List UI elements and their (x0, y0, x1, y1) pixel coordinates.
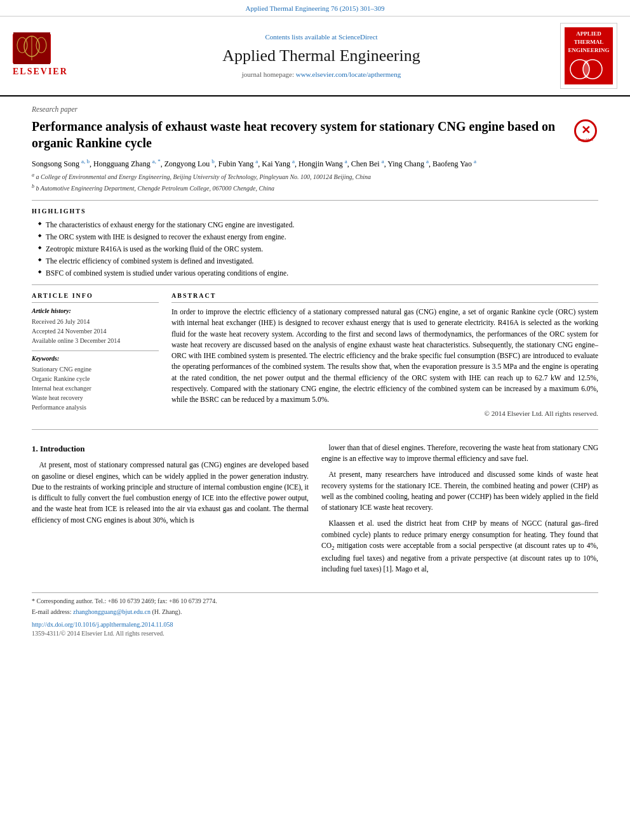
journal-logo-graphic (567, 57, 605, 82)
history-label: Article history: (32, 307, 159, 316)
main-content: Research paper Performance analysis of e… (0, 97, 630, 651)
body-col-left: 1. Introduction At present, most of stat… (32, 443, 309, 580)
intro-para-1: At present, most of stationary compresse… (32, 460, 309, 526)
affiliation-a: a a College of Environmental and Energy … (32, 171, 598, 182)
two-col-body: 1. Introduction At present, most of stat… (32, 443, 598, 580)
homepage-url[interactable]: www.elsevier.com/locate/apthermeng (296, 70, 401, 78)
intro-heading: 1. Introduction (32, 443, 309, 455)
highlight-item-3: Zeotropic mixture R416A is used as the w… (38, 244, 598, 254)
email-line: E-mail address: zhanghongguang@bjut.edu.… (32, 608, 598, 617)
svg-text:✕: ✕ (581, 124, 591, 137)
authors-line: Songsong Song a, b, Hongguang Zhang a, *… (32, 157, 598, 170)
homepage-line: journal homepage: www.elsevier.com/locat… (89, 70, 554, 79)
crossmark-badge: ✕ CrossMark (573, 118, 598, 143)
journal-name: Applied Thermal Engineering (89, 44, 554, 67)
journal-logo: APPLIED THERMAL ENGINEERING (560, 23, 617, 89)
abstract-text: In order to improve the electric efficie… (171, 307, 598, 405)
abstract-col: ABSTRACT In order to improve the electri… (171, 291, 598, 419)
elsevier-tree-icon (13, 34, 51, 63)
corresponding-author: * Corresponding author. Tel.: +86 10 673… (32, 597, 598, 606)
paper-title: Performance analysis of exhaust waste he… (32, 118, 566, 151)
journal-logo-box: APPLIED THERMAL ENGINEERING (560, 23, 617, 89)
received-date: Received 26 July 2014 (32, 317, 159, 326)
highlight-item-4: The electric efficiency of combined syst… (38, 256, 598, 266)
body-col-right: lower than that of diesel engines. There… (321, 443, 598, 580)
journal-reference: Applied Thermal Engineering 76 (2015) 30… (0, 0, 630, 17)
article-info-title: ARTICLE INFO (32, 291, 159, 303)
accepted-date: Accepted 24 November 2014 (32, 327, 159, 336)
svg-text:CrossMark: CrossMark (578, 138, 594, 142)
highlights-header: HIGHLIGHTS (32, 207, 598, 216)
journal-title-area: Contents lists available at ScienceDirec… (89, 32, 554, 80)
svg-point-7 (583, 60, 589, 79)
highlights-list: The characteristics of exhaust energy fo… (32, 220, 598, 278)
footnote-section: * Corresponding author. Tel.: +86 10 673… (32, 592, 598, 638)
journal-ref-text: Applied Thermal Engineering 76 (2015) 30… (246, 4, 385, 12)
keyword-2: Organic Rankine cycle (32, 375, 159, 383)
affiliation-b: b b Automotive Engineering Department, C… (32, 183, 598, 193)
keyword-1: Stationary CNG engine (32, 365, 159, 374)
email-address[interactable]: zhanghongguang@bjut.edu.cn (73, 608, 151, 615)
keyword-4: Waste heat recovery (32, 394, 159, 403)
highlight-item-1: The characteristics of exhaust energy fo… (38, 220, 598, 230)
divider-3 (32, 429, 598, 430)
highlight-item-2: The ORC system with IHE is designed to r… (38, 232, 598, 242)
elsevier-logo-area: ELSEVIER (13, 34, 83, 78)
journal-header: ELSEVIER Contents lists available at Sci… (0, 17, 630, 97)
elsevier-branding (13, 34, 83, 63)
body-section: 1. Introduction At present, most of stat… (32, 443, 598, 580)
divider-1 (32, 200, 598, 201)
info-abstract-section: ARTICLE INFO Article history: Received 2… (32, 291, 598, 419)
copyright-line: © 2014 Elsevier Ltd. All rights reserved… (171, 409, 598, 418)
keyword-5: Performance analysis (32, 403, 159, 412)
keywords-list: Stationary CNG engine Organic Rankine cy… (32, 365, 159, 412)
article-info-col: ARTICLE INFO Article history: Received 2… (32, 291, 159, 419)
paper-title-row: Performance analysis of exhaust waste he… (32, 118, 598, 151)
journal-logo-inner: APPLIED THERMAL ENGINEERING (565, 27, 613, 84)
doi-line[interactable]: http://dx.doi.org/10.1016/j.applthermale… (32, 620, 598, 629)
intro-para-3: At present, many researchers have introd… (321, 469, 598, 513)
abstract-title: ABSTRACT (171, 291, 598, 303)
info-divider (32, 350, 159, 351)
available-date: Available online 3 December 2014 (32, 337, 159, 345)
keywords-label: Keywords: (32, 354, 159, 363)
contents-label: Contents lists available at (265, 33, 337, 41)
paper-type: Research paper (32, 104, 598, 114)
contents-line: Contents lists available at ScienceDirec… (89, 32, 554, 42)
sciencedirect-link[interactable]: ScienceDirect (338, 33, 378, 41)
elsevier-text-label: ELSEVIER (13, 65, 83, 78)
issn-line: 1359-4311/© 2014 Elsevier Ltd. All right… (32, 629, 598, 638)
intro-para-2: lower than that of diesel engines. There… (321, 443, 598, 465)
homepage-label: journal homepage: (242, 70, 294, 78)
keyword-3: Internal heat exchanger (32, 384, 159, 393)
email-label: E-mail address: (32, 608, 71, 615)
divider-2 (32, 284, 598, 285)
intro-para-4: Klaassen et al. used the district heat f… (321, 518, 598, 575)
highlight-item-5: BSFC of combined system is studied under… (38, 268, 598, 278)
email-suffix: (H. Zhang). (152, 608, 182, 615)
